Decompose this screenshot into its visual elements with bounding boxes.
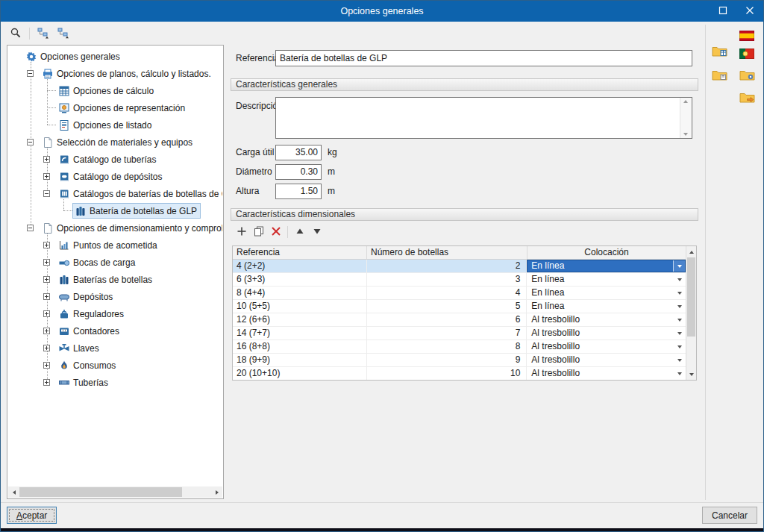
tree-item-llaves[interactable]: Llaves — [8, 339, 222, 357]
tree-item-body[interactable]: Opciones de representación — [56, 100, 189, 116]
dropdown-button[interactable] — [674, 354, 685, 366]
folder-save-button[interactable] — [710, 68, 729, 83]
tree-item-bater-a-de-botellas-de-glp[interactable]: Batería de botellas de GLP — [8, 202, 222, 219]
folder-import-button[interactable] — [710, 44, 729, 59]
tree-item-body[interactable]: Depósitos — [56, 289, 116, 304]
expand-icon[interactable] — [43, 310, 50, 317]
tree-item-bater-as-de-botellas[interactable]: Baterías de botellas — [8, 271, 222, 288]
tree-item-body[interactable]: Reguladores — [56, 306, 128, 322]
colocacion-dropdown[interactable]: En línea — [527, 287, 686, 299]
cell-referencia[interactable]: 20 (10+10) — [233, 367, 367, 380]
column-header-numero-de-botellas[interactable]: Número de botellas — [367, 246, 527, 259]
tree-item-opciones-de-c-lculo[interactable]: Opciones de cálculo — [8, 82, 222, 99]
cell-numero-de-botellas[interactable]: 3 — [367, 273, 527, 286]
tree-item-body[interactable]: Opciones de planos, cálculo y listados. — [40, 66, 215, 81]
tree-item-body[interactable]: Catálogo de tuberías — [56, 151, 160, 167]
scroll-left-button[interactable] — [8, 486, 19, 498]
expand-icon[interactable] — [43, 345, 50, 351]
tree-item-body[interactable]: Catálogos de baterías de botellas de GLP — [56, 186, 222, 201]
colocacion-dropdown[interactable]: Al tresbolillo — [527, 367, 686, 380]
colocacion-dropdown[interactable]: Al tresbolillo — [527, 313, 686, 326]
expand-icon[interactable] — [43, 156, 50, 163]
tree-item-body[interactable]: Llaves — [56, 340, 103, 356]
accept-button[interactable]: Aceptar — [7, 507, 57, 524]
tree-item-body[interactable]: Puntos de acometida — [56, 237, 161, 253]
tree-item-tuber-as[interactable]: Tuberías — [8, 374, 222, 391]
scrollbar-thumb[interactable] — [687, 257, 695, 337]
tree-item-cat-logo-de-dep-sitos[interactable]: Catálogo de depósitos — [8, 168, 222, 185]
tree-item-body[interactable]: Opciones de dimensionamiento y comprobac… — [40, 220, 222, 236]
tree-item-cat-logos-de-bater-as-de-botellas-de-glp[interactable]: Catálogos de baterías de botellas de GLP — [8, 185, 222, 202]
maximize-button[interactable] — [710, 1, 736, 22]
expand-icon[interactable] — [43, 328, 50, 334]
tree-item-opciones-de-representaci-n[interactable]: Opciones de representación — [8, 99, 222, 116]
table-row[interactable]: 4 (2+2)2En línea — [233, 260, 686, 273]
tree-item-body[interactable]: Baterías de botellas — [56, 272, 156, 287]
collapse-icon[interactable] — [43, 190, 50, 197]
column-header-referencia[interactable]: Referencia — [233, 246, 367, 259]
move-down-button[interactable] — [309, 225, 325, 240]
tree-item-body[interactable]: Consumos — [56, 357, 119, 373]
folder-export-button[interactable] — [737, 90, 757, 105]
tree-item-puntos-de-acometida[interactable]: Puntos de acometida — [8, 237, 222, 254]
tree-item-opciones-de-listado[interactable]: Opciones de listado — [8, 116, 222, 134]
tree-item-body[interactable]: Batería de botellas de GLP — [72, 203, 201, 219]
tree-item-body[interactable]: Catálogo de depósitos — [56, 169, 166, 184]
colocacion-dropdown[interactable]: Al tresbolillo — [527, 340, 686, 353]
cell-numero-de-botellas[interactable]: 7 — [367, 327, 527, 339]
collapse-icon[interactable] — [27, 139, 34, 145]
expand-icon[interactable] — [43, 259, 50, 266]
dropdown-button[interactable] — [674, 368, 685, 379]
cell-numero-de-botellas[interactable]: 9 — [367, 354, 527, 366]
cell-referencia[interactable]: 12 (6+6) — [233, 313, 367, 326]
cell-referencia[interactable]: 14 (7+7) — [233, 327, 367, 339]
collapse-icon[interactable] — [27, 70, 34, 77]
flag-portugal-button[interactable] — [737, 47, 757, 62]
cell-referencia[interactable]: 10 (5+5) — [233, 300, 367, 313]
referencia-input[interactable] — [275, 50, 692, 66]
field-input[interactable] — [275, 184, 322, 199]
cell-numero-de-botellas[interactable]: 4 — [367, 287, 527, 299]
colocacion-dropdown[interactable]: En línea — [527, 273, 686, 286]
tree-collapse-button[interactable] — [54, 25, 72, 43]
table-row[interactable]: 18 (9+9)9Al tresbolillo — [233, 354, 686, 367]
dropdown-button[interactable] — [674, 328, 685, 339]
dropdown-button[interactable] — [674, 301, 685, 312]
table-row[interactable]: 6 (3+3)3En línea — [233, 273, 686, 287]
expand-icon[interactable] — [43, 379, 50, 386]
cancel-button[interactable]: Cancelar — [702, 507, 757, 524]
tree-item-body[interactable]: Bocas de carga — [56, 254, 139, 270]
collapse-icon[interactable] — [27, 225, 34, 231]
expand-icon[interactable] — [43, 173, 50, 180]
expand-icon[interactable] — [43, 276, 50, 283]
cell-referencia[interactable]: 16 (8+8) — [233, 340, 367, 353]
scroll-up-button[interactable] — [686, 246, 696, 257]
cell-numero-de-botellas[interactable]: 6 — [367, 313, 527, 326]
descripcion-textarea[interactable] — [275, 97, 692, 139]
scroll-right-button[interactable] — [211, 486, 222, 498]
table-row[interactable]: 12 (6+6)6Al tresbolillo — [233, 313, 686, 327]
table-row[interactable]: 10 (5+5)5En línea — [233, 300, 686, 313]
colocacion-dropdown[interactable]: En línea — [527, 300, 686, 313]
move-up-button[interactable] — [292, 225, 307, 240]
close-button[interactable] — [736, 1, 763, 22]
tree-item-opciones-de-planos-c-lculo-y-listados[interactable]: Opciones de planos, cálculo y listados. — [8, 65, 222, 82]
cell-referencia[interactable]: 4 (2+2) — [233, 260, 367, 272]
cell-numero-de-botellas[interactable]: 10 — [367, 367, 527, 380]
cell-numero-de-botellas[interactable]: 2 — [367, 260, 527, 272]
cell-referencia[interactable]: 6 (3+3) — [233, 273, 367, 286]
dropdown-button[interactable] — [674, 314, 685, 325]
field-input[interactable] — [275, 145, 322, 160]
expand-icon[interactable] — [43, 362, 50, 369]
dropdown-button[interactable] — [673, 260, 685, 272]
scroll-down-button[interactable] — [686, 369, 696, 380]
colocacion-dropdown[interactable]: Al tresbolillo — [527, 327, 686, 339]
table-row[interactable]: 16 (8+8)8Al tresbolillo — [233, 340, 686, 354]
colocacion-dropdown[interactable]: En línea — [527, 260, 686, 272]
tree-item-reguladores[interactable]: Reguladores — [8, 305, 222, 322]
expand-icon[interactable] — [43, 242, 50, 248]
folder-config-button[interactable] — [737, 68, 757, 83]
tree-item-opciones-generales[interactable]: Opciones generales — [8, 48, 222, 65]
dropdown-button[interactable] — [674, 341, 685, 352]
tree-item-contadores[interactable]: Contadores — [8, 322, 222, 339]
